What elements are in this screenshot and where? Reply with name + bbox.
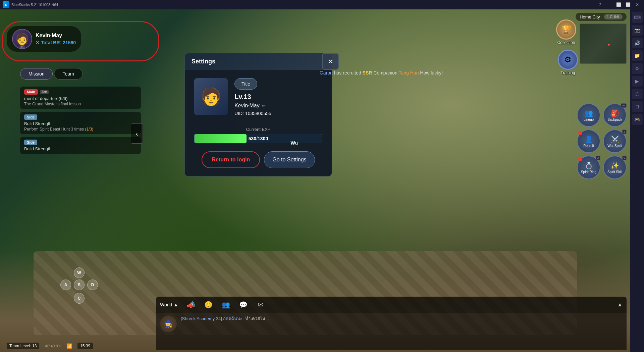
lineup-button[interactable]: 👥 Lineup (577, 103, 600, 127)
modal-actions: Return to login Go to Settings (194, 151, 322, 168)
spiritring-label: Spirit Ring (581, 170, 596, 174)
c-key: C (74, 293, 85, 304)
player-name: Kevin·May (36, 33, 76, 39)
quest-2-subtitle: Perform Spirit Beast Hunt 3 times (1/3) (24, 127, 137, 132)
quest-item-1[interactable]: Main Tab ment of departure(6/6) The Gran… (20, 87, 141, 109)
mission-team-tabs[interactable]: Mission Team (20, 68, 83, 80)
exp-text: 530/1300 (249, 136, 268, 141)
uid-value: 1035800555 (245, 111, 271, 116)
modal-level: Lv.13 (234, 93, 322, 101)
avatar-badge: P (19, 45, 25, 49)
backpack-key-badge: Alt (621, 103, 627, 108)
w-key: W (74, 267, 85, 278)
avatar[interactable]: 🧑 P (12, 29, 32, 49)
collection-icon: 🏆 (556, 19, 576, 40)
bs-tool-1[interactable]: ⌨ (632, 12, 643, 23)
bs-tool-4[interactable]: 📁 (632, 50, 643, 61)
quest-3-header: Side (24, 140, 137, 145)
spiritskill-label: Spirit Skill (607, 170, 622, 174)
exp-bar-fill (195, 134, 247, 143)
quest-1-badge: Main (24, 89, 38, 95)
chat-tab-world[interactable]: World ▲ (160, 302, 178, 307)
bs-tool-7[interactable]: ⬡ (632, 89, 643, 99)
minimap-player-dot (608, 44, 610, 46)
chat-message: [Shreck Academy 34] กอดฉันนะ: ทำเควสไม..… (181, 315, 269, 322)
modal-char-avatar: 🧑 (194, 78, 228, 115)
modal-char-name: Kevin·May ✏ (234, 103, 322, 109)
right-game-buttons: 👥 Lineup 🎒 Backpack Alt 👤 Recruit ⚔️ War… (577, 103, 627, 179)
restore-button[interactable]: ⬜ (614, 2, 623, 8)
quest-2-badge: Side (24, 114, 37, 120)
edit-name-icon[interactable]: ✏ (262, 103, 266, 108)
chat-author: กอดฉันนะ: (223, 316, 244, 321)
time-display: 15:39 (77, 343, 93, 349)
modal-char-section: 🧑 Title Lv.13 Kevin·May ✏ UID: 103580055… (194, 78, 322, 120)
quest-item-3[interactable]: Side Build Strength (20, 137, 141, 154)
chat-expand-arrow[interactable]: ▲ (617, 302, 623, 308)
wifi-icon: 📶 (66, 343, 72, 349)
recruit-notification-dot (578, 131, 582, 135)
quest-item-2[interactable]: Side Build Strength Perform Spirit Beast… (20, 112, 141, 134)
game-area: 🧑 P Kevin·May ✕ Total BR: 21560 Home Cit… (0, 9, 630, 352)
bs-tool-8[interactable]: 🗒 (632, 101, 643, 112)
maximize-button[interactable]: ⬜ (624, 2, 632, 8)
spiritring-spiritskill-pair: 💍 Spirit Ring X ✨ Spirit Skill V (577, 156, 627, 179)
profile-bubble[interactable]: 🧑 P Kevin·May ✕ Total BR: 21560 (7, 26, 81, 52)
quest-1-tab-key: Tab (40, 90, 49, 94)
team-tab[interactable]: Team (54, 68, 82, 80)
chat-bubble-icon[interactable]: 💬 (237, 299, 249, 311)
lineup-label: Lineup (584, 118, 594, 121)
recruit-button[interactable]: 👤 Recruit (577, 130, 600, 153)
bs-tool-5[interactable]: ⚙ (632, 63, 643, 74)
bs-tool-6[interactable]: ▶ (632, 76, 643, 87)
bs-tool-2[interactable]: 📷 (632, 25, 643, 36)
minimize-button[interactable]: ─ (605, 2, 613, 8)
br-value: 21560 (63, 40, 76, 45)
warspirit-key-badge: Z (622, 130, 627, 134)
modal-body: 🧑 Title Lv.13 Kevin·May ✏ UID: 103580055… (185, 70, 332, 176)
backpack-button[interactable]: 🎒 Backpack Alt (603, 103, 627, 127)
titlebar-controls[interactable]: ? ─ ⬜ ⬜ ✕ (596, 2, 641, 8)
spiritskill-button[interactable]: ✨ Spirit Skill V (603, 156, 627, 179)
notif-companion: Companion (373, 70, 398, 76)
quest-3-title: Build Strength (24, 146, 137, 151)
chat-group-icon[interactable]: 👥 (220, 299, 232, 311)
chat-mail-icon[interactable]: ✉ (255, 299, 267, 311)
modal-char-info: Title Lv.13 Kevin·May ✏ UID: 1035800555 (234, 78, 322, 120)
player-profile[interactable]: 🧑 P Kevin·May ✕ Total BR: 21560 (7, 26, 81, 52)
backpack-icon: 🎒 (611, 109, 619, 117)
channel-badge: 1 CHNL (604, 14, 623, 19)
nav-arrow-left[interactable]: ‹ (131, 123, 143, 144)
spiritring-button[interactable]: 💍 Spirit Ring X (577, 156, 600, 179)
collection-button[interactable]: 🏆 Collection (556, 19, 576, 45)
chat-emoji-icon[interactable]: 😊 (202, 299, 214, 311)
chat-megaphone-icon[interactable]: 📣 (185, 299, 197, 311)
exp-bar-container: 530/1300 (194, 134, 322, 143)
profile-info: Kevin·May ✕ Total BR: 21560 (36, 33, 76, 45)
warspirit-button[interactable]: ⚔️ War Spirit Z (603, 130, 627, 153)
minimap[interactable] (580, 23, 627, 64)
go-settings-button[interactable]: Go to Settings (264, 151, 315, 168)
close-button[interactable]: ✕ (633, 2, 641, 8)
modal-title: Settings (192, 58, 215, 65)
training-icon: ⚙ (558, 50, 578, 70)
quest-2-header: Side (24, 114, 137, 120)
notif-char-name: Tang Hao (399, 70, 419, 76)
notif-ssr: SSR (363, 70, 372, 76)
home-city-bar: Home City 1 CHNL (576, 13, 627, 21)
return-login-button[interactable]: Return to login (202, 151, 260, 168)
mission-tab[interactable]: Mission (20, 68, 53, 80)
chat-tabs: World ▲ 📣 😊 👥 💬 ✉ ▲ (156, 297, 627, 313)
bluestacks-sidebar: ⌨ 📷 🔊 📁 ⚙ ▶ ⬡ 🗒 🎮 (630, 9, 644, 352)
quest-1-subtitle: The Grand Master's final lesson (24, 102, 137, 106)
external-close-button[interactable]: ✕ (322, 53, 339, 70)
modal-header: Settings (185, 53, 332, 70)
modal-uid: UID: 1035800555 (234, 111, 322, 116)
help-button[interactable]: ? (596, 2, 604, 8)
chat-guild: [Shreck Academy 34] (181, 316, 222, 321)
minimap-content (580, 24, 626, 63)
map-wu-label: Wu (290, 140, 298, 146)
title-button[interactable]: Title (234, 78, 257, 90)
bs-tool-9[interactable]: 🎮 (632, 114, 643, 125)
bs-tool-3[interactable]: 🔊 (632, 38, 643, 48)
